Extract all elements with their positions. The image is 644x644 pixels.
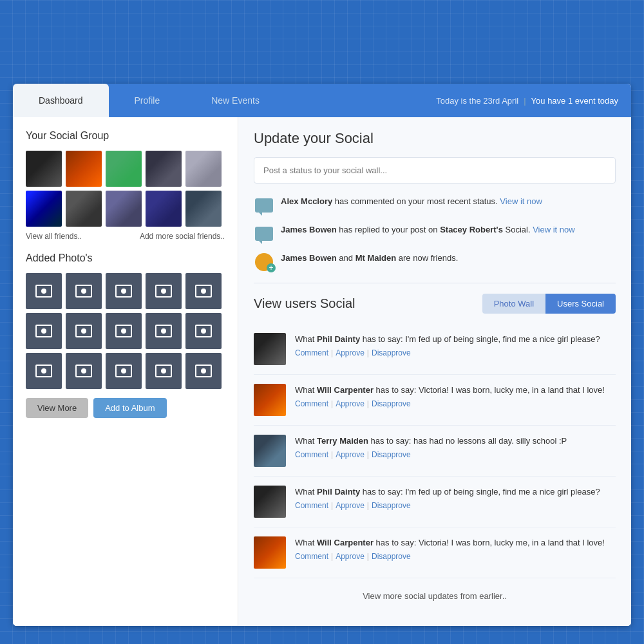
comment-link-3[interactable]: Comment	[295, 450, 328, 459]
activity-text-2: James Bowen has replied to your post on …	[281, 223, 575, 236]
add-friends-link[interactable]: Add more social friends..	[140, 232, 225, 241]
photo-thumb-2[interactable]	[66, 273, 102, 309]
social-group-title: Your Social Group	[26, 130, 225, 142]
photo-thumb-10[interactable]	[185, 313, 222, 349]
approve-link-2[interactable]: Approve	[336, 399, 365, 408]
friends-links: View all friends.. Add more social frien…	[26, 232, 225, 241]
posts-list: What Phil Dainty has to say: I'm fed up …	[254, 324, 616, 578]
photo-thumb-1[interactable]	[26, 273, 62, 309]
right-panel: Update your Social Alex Mcclory has comm…	[238, 117, 631, 626]
comment-link-4[interactable]: Comment	[295, 501, 328, 510]
photo-thumb-5[interactable]	[185, 273, 222, 309]
friend-thumb-7[interactable]	[66, 191, 102, 227]
friend-thumb-5[interactable]	[185, 151, 222, 187]
date-text: Today is the 23rd April	[436, 96, 518, 106]
users-social-button[interactable]: Users Social	[545, 294, 616, 314]
friend-thumb-4[interactable]	[146, 151, 182, 187]
content-area: Your Social Group View all friends.. Add…	[13, 117, 631, 626]
comment-link-5[interactable]: Comment	[295, 552, 328, 561]
view-more-section: View more social updates from earlier..	[254, 578, 616, 613]
view-all-friends-link[interactable]: View all friends..	[26, 232, 82, 241]
social-toggle-buttons: Photo Wall Users Social	[482, 294, 616, 314]
post-avatar-5[interactable]	[254, 536, 286, 569]
event-text: You have 1 event today	[531, 96, 618, 106]
friend-thumb-10[interactable]	[185, 191, 222, 227]
activity-name-3b: Mt Maiden	[355, 253, 397, 263]
activity-item-3: James Bowen and Mt Maiden are now friend…	[254, 252, 616, 272]
post-author-3: Terry Maiden	[317, 436, 368, 446]
reply-icon	[254, 223, 274, 244]
friend-thumb-1[interactable]	[26, 151, 62, 187]
disapprove-link-2[interactable]: Disapprove	[372, 399, 411, 408]
view-more-link[interactable]: View more social updates from earlier..	[363, 591, 507, 601]
left-panel: Your Social Group View all friends.. Add…	[13, 117, 238, 626]
tab-profile[interactable]: Profile	[109, 84, 186, 117]
post-1: What Phil Dainty has to say: I'm fed up …	[254, 324, 616, 375]
photo-thumb-4[interactable]	[146, 273, 182, 309]
photo-thumb-6[interactable]	[26, 313, 62, 349]
post-4: What Phil Dainty has to say: I'm fed up …	[254, 477, 616, 527]
tab-dashboard[interactable]: Dashboard	[13, 84, 109, 117]
post-actions-3: Comment|Approve|Disapprove	[295, 450, 616, 459]
disapprove-link-5[interactable]: Disapprove	[372, 552, 411, 561]
post-text-4: What Phil Dainty has to say: I'm fed up …	[295, 486, 616, 498]
comment-link-2[interactable]: Comment	[295, 399, 328, 408]
approve-link-4[interactable]: Approve	[336, 501, 365, 510]
approve-link-5[interactable]: Approve	[336, 552, 365, 561]
photo-thumb-3[interactable]	[106, 273, 142, 309]
tabs-bar: Dashboard Profile New Events Today is th…	[13, 84, 631, 117]
tab-new-events[interactable]: New Events	[185, 84, 285, 117]
social-header: View users Social Photo Wall Users Socia…	[254, 294, 616, 314]
friend-thumb-3[interactable]	[106, 151, 142, 187]
add-to-album-button[interactable]: Add to Album	[93, 398, 166, 418]
view-more-button[interactable]: View More	[26, 398, 88, 418]
social-section-title: View users Social	[254, 296, 355, 311]
separator: |	[524, 96, 526, 106]
photo-thumb-7[interactable]	[66, 313, 102, 349]
friends-icon	[254, 252, 274, 272]
photo-thumb-11[interactable]	[26, 353, 62, 389]
photo-thumb-8[interactable]	[106, 313, 142, 349]
post-text-2: What Will Carpenter has to say: Victoria…	[295, 384, 616, 397]
photos-buttons: View More Add to Album	[26, 398, 225, 418]
comment-bubble-icon	[255, 198, 273, 213]
photo-thumb-13[interactable]	[106, 353, 142, 389]
post-avatar-4[interactable]	[254, 486, 286, 518]
photo-thumb-12[interactable]	[66, 353, 102, 389]
post-actions-4: Comment|Approve|Disapprove	[295, 501, 616, 510]
main-container: Dashboard Profile New Events Today is th…	[13, 84, 631, 626]
activity-link-2[interactable]: View it now	[533, 225, 575, 234]
activity-mention-2: Stacey Robert's	[440, 225, 503, 234]
friend-thumb-9[interactable]	[146, 191, 182, 227]
comment-icon	[254, 195, 274, 216]
post-author-4: Phil Dainty	[317, 487, 360, 497]
photo-thumb-9[interactable]	[146, 313, 182, 349]
activity-link-1[interactable]: View it now	[500, 196, 542, 206]
post-2: What Will Carpenter has to say: Victoria…	[254, 375, 616, 426]
post-avatar-1[interactable]	[254, 333, 286, 365]
disapprove-link-3[interactable]: Disapprove	[372, 450, 411, 459]
post-avatar-2[interactable]	[254, 384, 286, 416]
activity-name-1: Alex Mcclory	[281, 196, 332, 206]
reply-bubble-icon	[255, 227, 273, 241]
comment-link-1[interactable]: Comment	[295, 348, 328, 357]
post-content-3: What Terry Maiden has to say: has had no…	[295, 435, 616, 459]
post-avatar-3[interactable]	[254, 435, 286, 467]
divider	[254, 283, 616, 283]
photo-wall-button[interactable]: Photo Wall	[482, 294, 545, 314]
status-input[interactable]	[254, 157, 616, 184]
approve-link-3[interactable]: Approve	[336, 450, 365, 459]
photo-thumb-14[interactable]	[146, 353, 182, 389]
activity-name-2: James Bowen	[281, 225, 337, 234]
post-author-5: Will Carpenter	[317, 538, 374, 547]
post-author-1: Phil Dainty	[317, 334, 360, 344]
friend-thumb-8[interactable]	[106, 191, 142, 227]
friend-thumb-6[interactable]	[26, 191, 62, 227]
photo-thumb-15[interactable]	[185, 353, 222, 389]
approve-link-1[interactable]: Approve	[336, 348, 365, 357]
header-info: Today is the 23rd April | You have 1 eve…	[423, 84, 631, 117]
update-social-title: Update your Social	[254, 130, 616, 147]
disapprove-link-4[interactable]: Disapprove	[372, 501, 411, 510]
disapprove-link-1[interactable]: Disapprove	[372, 348, 411, 357]
friend-thumb-2[interactable]	[66, 151, 102, 187]
